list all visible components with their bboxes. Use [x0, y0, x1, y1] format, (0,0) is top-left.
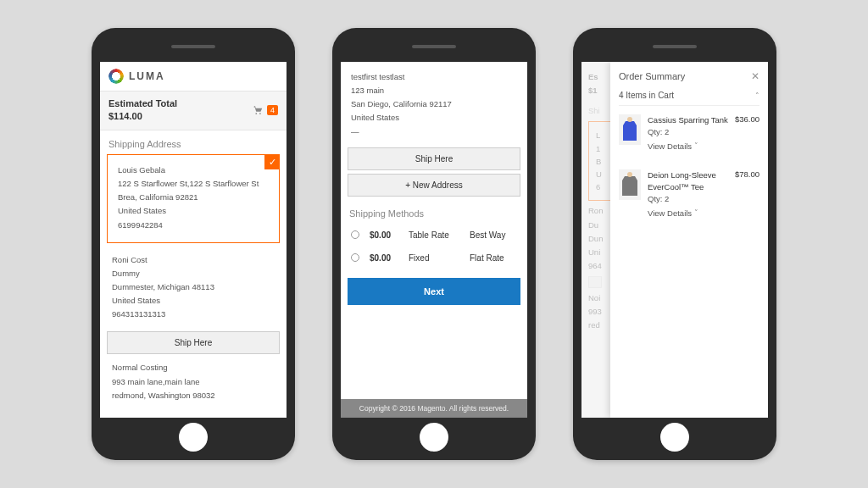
close-icon[interactable]: ✕	[751, 70, 760, 82]
next-button[interactable]: Next	[348, 278, 520, 305]
address-card[interactable]: Roni Cost Dummy Dummester, Michigan 4811…	[100, 250, 287, 329]
phone-earpiece	[412, 45, 456, 48]
order-summary-title: Order Summary	[619, 71, 685, 81]
addr-phone: 964313131313	[112, 308, 275, 321]
item-price: $78.00	[735, 169, 760, 219]
item-qty: Qty: 2	[648, 193, 728, 205]
estimated-total-label: Estimated Total	[108, 98, 177, 108]
current-address: testfirst testlast 123 main San Diego, C…	[341, 62, 527, 144]
ship-here-button[interactable]: Ship Here	[348, 147, 520, 170]
addr-city: Brea, California 92821	[118, 191, 269, 204]
background-dimmed: Es $1 Shi L 1 B U 6 Ron Du Dun Uni 964 N…	[581, 62, 768, 418]
phone-order-summary: Es $1 Shi L 1 B U 6 Ron Du Dun Uni 964 N…	[573, 28, 776, 460]
luma-logo-icon	[108, 69, 124, 84]
screen-1: LUMA Estimated Total $114.00 4 Shipping …	[100, 62, 287, 418]
items-in-cart-label: 4 Items in Cart	[619, 91, 674, 100]
summary-item: Deion Long-Sleeve EverCool™ Tee Qty: 2 V…	[619, 161, 760, 228]
addr-extra: —	[351, 125, 517, 139]
cart-count-badge: 4	[267, 105, 278, 115]
estimated-total-amount: $114.00	[108, 111, 177, 121]
addr-country: United States	[112, 294, 275, 308]
shipping-address-title: Shipping Address	[100, 130, 287, 154]
app-header: LUMA	[100, 62, 287, 92]
phone-earpiece	[171, 45, 215, 48]
page-footer: Copyright © 2016 Magento. All rights res…	[341, 399, 527, 418]
phone-earpiece	[653, 45, 697, 48]
items-in-cart-toggle[interactable]: 4 Items in Cart ˄	[619, 91, 760, 106]
check-icon: ✓	[264, 154, 280, 169]
svg-point-0	[255, 113, 257, 114]
home-button[interactable]	[179, 423, 208, 452]
item-price: $36.00	[735, 114, 760, 152]
item-name: Cassius Sparring Tank	[648, 114, 728, 126]
addr-street: 123 main	[351, 84, 517, 97]
view-details-toggle[interactable]: View Details ˅	[648, 141, 698, 152]
addr-name: testfirst testlast	[351, 70, 517, 84]
home-button[interactable]	[660, 423, 689, 452]
svg-point-3	[627, 117, 632, 122]
addr-street: 122 S Starflower St,122 S Starflower St	[118, 177, 269, 191]
cart-icon	[252, 104, 264, 116]
method-carrier: Best Way	[470, 230, 505, 240]
order-summary-panel: Order Summary ✕ 4 Items in Cart ˄ Cassiu…	[610, 62, 768, 418]
method-name: Table Rate	[409, 230, 459, 240]
shipping-methods-title: Shipping Methods	[341, 200, 527, 224]
address-card-selected[interactable]: ✓ Louis Gebala 122 S Starflower St,122 S…	[107, 154, 280, 243]
radio-icon[interactable]	[351, 253, 359, 262]
shipping-method-row[interactable]: $0.00 Fixed Flat Rate	[341, 247, 527, 269]
home-button[interactable]	[420, 423, 448, 452]
addr-country: United States	[351, 111, 517, 125]
view-details-toggle[interactable]: View Details ˅	[648, 208, 698, 219]
addr-phone: 6199942284	[118, 219, 269, 232]
product-thumb-icon	[619, 169, 641, 200]
chevron-down-icon: ˅	[694, 141, 698, 152]
addr-country: United States	[118, 204, 269, 218]
addr-city: redmond, Washington 98032	[112, 389, 275, 402]
ship-here-button[interactable]: Ship Here	[107, 331, 280, 354]
phone-shipping-address: LUMA Estimated Total $114.00 4 Shipping …	[92, 28, 295, 460]
chevron-down-icon: ˅	[694, 208, 698, 219]
svg-point-5	[627, 172, 632, 177]
addr-street: 993 main lane,main lane	[112, 375, 275, 389]
estimated-total-row: Estimated Total $114.00 4	[100, 92, 287, 130]
new-address-button[interactable]: + New Address	[348, 174, 520, 197]
item-name: Deion Long-Sleeve EverCool™ Tee	[648, 169, 728, 194]
address-card[interactable]: Normal Costing 993 main lane,main lane r…	[100, 358, 287, 408]
radio-icon[interactable]	[351, 230, 359, 239]
addr-name: Louis Gebala	[118, 164, 269, 177]
shipping-method-row[interactable]: $0.00 Table Rate Best Way	[341, 224, 527, 247]
addr-name: Roni Cost	[112, 253, 275, 267]
brand-name: LUMA	[129, 70, 165, 82]
estimated-total-text: Estimated Total $114.00	[108, 98, 177, 121]
screen-3: Es $1 Shi L 1 B U 6 Ron Du Dun Uni 964 N…	[581, 62, 768, 418]
phone-shipping-methods: testfirst testlast 123 main San Diego, C…	[332, 28, 536, 460]
method-price: $0.00	[370, 253, 398, 263]
method-price: $0.00	[370, 230, 398, 240]
cart-button[interactable]: 4	[252, 104, 278, 116]
product-thumb-icon	[619, 114, 641, 145]
addr-city: San Diego, California 92117	[351, 97, 517, 111]
addr-line2: Dummy	[112, 267, 275, 280]
addr-city: Dummester, Michigan 48113	[112, 280, 275, 294]
summary-item: Cassius Sparring Tank Qty: 2 View Detail…	[619, 106, 760, 161]
addr-name: Normal Costing	[112, 361, 275, 374]
chevron-up-icon: ˄	[755, 92, 760, 100]
svg-point-1	[259, 113, 261, 114]
item-qty: Qty: 2	[648, 126, 728, 138]
method-carrier: Flat Rate	[470, 253, 504, 263]
method-name: Fixed	[409, 253, 459, 263]
screen-2: testfirst testlast 123 main San Diego, C…	[341, 62, 527, 418]
